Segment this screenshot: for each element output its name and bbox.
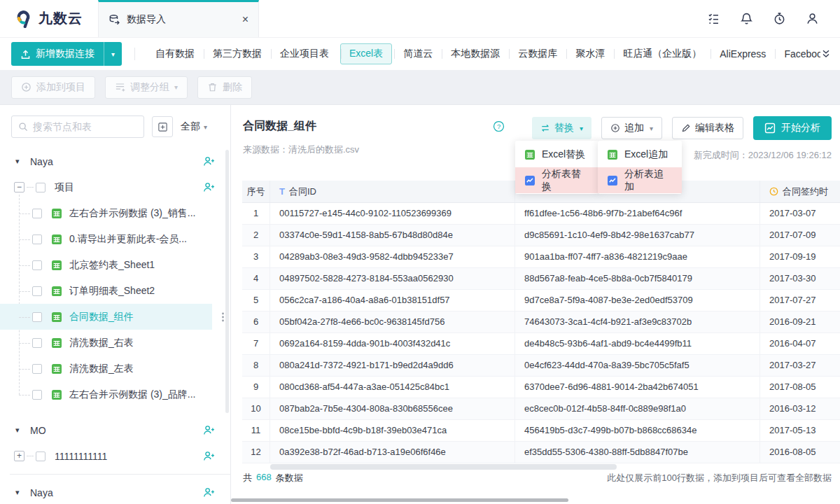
delete-button[interactable]: 删除 xyxy=(197,76,252,99)
table-horizontal-scrollbar[interactable] xyxy=(270,464,617,470)
tree-node-project[interactable]: 项目 xyxy=(0,174,230,200)
cell-contract-id: 00115727-e145-44c0-9102-110523699369 xyxy=(270,203,515,224)
cell-party-id: ec8cec0b-012f-4b58-84ff-0c889e98f1a0 xyxy=(515,398,760,419)
new-connection-dropdown-caret[interactable]: ▾ xyxy=(104,42,122,66)
datasource-tab[interactable]: 本地数据源 xyxy=(442,43,509,64)
menu-item-analysis-replace[interactable]: 分析表替换 xyxy=(515,167,599,193)
col-header-contract-id: T 合同ID xyxy=(270,181,515,202)
expand-expander[interactable] xyxy=(14,451,24,461)
share-member-icon[interactable] xyxy=(203,425,215,435)
more-tabs-chevron-icon[interactable] xyxy=(820,48,832,59)
start-analysis-button[interactable]: 开始分析 xyxy=(753,116,832,140)
datasource-tab[interactable]: 聚水潭 xyxy=(566,43,614,64)
tree-leaf[interactable]: 清洗数据_左表 xyxy=(0,356,212,382)
collapse-expander[interactable] xyxy=(14,182,24,192)
tree-leaf-list: 左右合并示例数据 (3)_销售... 0.请导出并更新此表-会员 xyxy=(0,200,230,407)
datasource-tab[interactable]: 第三方数据 xyxy=(204,43,271,64)
share-member-icon[interactable] xyxy=(203,156,215,167)
caret-down-icon[interactable]: ▾ xyxy=(15,488,24,497)
datasource-tab[interactable]: 云数据库 xyxy=(509,43,566,64)
task-list-icon[interactable] xyxy=(707,12,720,25)
text-type-icon: T xyxy=(279,186,285,197)
tree-group-naya-2[interactable]: ▾ Naya xyxy=(0,479,230,504)
page-horizontal-scrollbar[interactable] xyxy=(231,498,568,502)
datasource-tab[interactable]: AliExpress xyxy=(710,44,775,64)
cell-contract-id: 03374c0e-59d1-4158-8ab5-67b48d80d84e xyxy=(270,225,515,246)
checkbox[interactable] xyxy=(36,183,46,192)
tree-leaf[interactable]: 0.请导出并更新此表-会员... xyxy=(0,226,212,252)
trash-icon xyxy=(207,82,218,92)
tree-leaf[interactable]: 清洗数据_右表 xyxy=(0,330,212,356)
tree-group-mo[interactable]: ▾ MO xyxy=(0,417,230,443)
excel-table-icon xyxy=(51,312,62,323)
tree-group-naya[interactable]: ▾ Naya xyxy=(0,148,230,174)
table-row: 8 080a241d-7372-4921-b171-b9ed2d4a9dd6 0… xyxy=(242,355,840,377)
add-to-project-button[interactable]: 添加到项目 xyxy=(11,76,95,99)
caret-down-icon[interactable]: ▾ xyxy=(15,157,24,166)
datasource-tabs: 自有数据 第三方数据 企业项目表 Excel表 简道云 本地数据源 云数据库 聚… xyxy=(146,43,830,64)
cell-sign-date: 2017-08-05 xyxy=(760,377,840,398)
checkbox[interactable] xyxy=(32,364,42,374)
tree-leaf[interactable]: 左右合并示例数据 (3)_销售... xyxy=(0,200,212,226)
checkbox[interactable] xyxy=(32,234,42,244)
cell-party-id: 74643073-3ca1-4cf4-b921-af3e9c83702b xyxy=(515,312,760,332)
share-member-icon[interactable] xyxy=(203,182,215,192)
table-row: 11 08ce15be-bbfd-4c9b-b18f-39eb03e471ca … xyxy=(242,420,840,442)
adjust-group-button[interactable]: 调整分组 ▾ xyxy=(105,76,188,99)
cell-index: 7 xyxy=(242,333,270,354)
content-area: 全部 ▾ ▾ Naya xyxy=(0,105,840,504)
checkbox[interactable] xyxy=(32,286,42,296)
menu-item-excel-replace[interactable]: Excel替换 xyxy=(515,141,599,167)
boxed-plus-icon xyxy=(158,122,168,132)
tree-leaf[interactable]: 北京签约表_Sheet1 xyxy=(0,252,212,278)
table-body: 1 00115727-e145-44c0-9102-110523699369 f… xyxy=(242,203,840,463)
cell-sign-date: 2017-03-30 xyxy=(760,268,840,289)
checkbox[interactable] xyxy=(32,390,42,400)
checkbox[interactable] xyxy=(32,209,42,218)
help-icon[interactable]: ? xyxy=(493,120,505,132)
sidebar-scrollbar[interactable] xyxy=(225,150,229,413)
tree-leaf[interactable]: 订单明细表_Sheet2 xyxy=(0,278,212,304)
cell-party-id: d9c85691-1c10-4ef9-8b42-98e1637cab77 xyxy=(515,225,760,246)
add-node-button[interactable] xyxy=(152,116,173,137)
datasource-tab[interactable]: 企业项目表 xyxy=(271,43,338,64)
tab-data-import[interactable]: 数据导入 × xyxy=(98,0,259,37)
share-member-icon[interactable] xyxy=(203,451,215,461)
datasource-tab[interactable]: 简道云 xyxy=(394,43,442,64)
checkbox[interactable] xyxy=(32,312,42,322)
search-icon xyxy=(18,122,28,132)
table-row: 3 04289ab3-08e3-49d3-9582-4dbb945233e7 9… xyxy=(242,246,840,268)
close-tab-icon[interactable]: × xyxy=(242,13,248,26)
cell-contract-id: 04289ab3-08e3-49d3-9582-4dbb945233e7 xyxy=(270,246,515,267)
table-row: 4 04897502-5828-4273-8184-553aa0562930 8… xyxy=(242,268,840,290)
timer-icon[interactable] xyxy=(773,12,786,25)
search-box[interactable] xyxy=(11,115,144,138)
edit-table-button[interactable]: 编辑表格 xyxy=(672,117,743,139)
tree-leaf-label: 左右合并示例数据 (3)_品牌... xyxy=(69,388,195,401)
menu-item-analysis-append[interactable]: 分析表追加 xyxy=(598,167,682,193)
share-member-icon[interactable] xyxy=(203,487,215,498)
tree-leaf[interactable]: 左右合并示例数据 (3)_品牌... xyxy=(0,382,212,407)
checkbox[interactable] xyxy=(32,338,42,348)
excel-table-icon xyxy=(51,286,62,297)
cell-index: 5 xyxy=(242,290,270,311)
checkbox[interactable] xyxy=(32,260,42,270)
checkbox[interactable] xyxy=(36,451,46,461)
tree-node-11111111111[interactable]: 11111111111 xyxy=(0,443,230,469)
search-input[interactable] xyxy=(33,121,137,132)
notification-bell-icon[interactable] xyxy=(740,12,753,25)
datasource-tab[interactable]: 旺店通（企业版） xyxy=(614,43,710,64)
user-icon[interactable] xyxy=(806,12,819,25)
new-data-connection-button[interactable]: 新增数据连接 ▾ xyxy=(11,42,122,66)
swap-arrows-icon xyxy=(540,123,550,133)
append-button[interactable]: 追加 ▾ xyxy=(601,117,662,139)
filter-all-dropdown[interactable]: 全部 ▾ xyxy=(181,120,207,133)
brand-logo: 九数云 xyxy=(0,0,98,37)
datasource-tab[interactable]: 自有数据 xyxy=(146,43,204,64)
caret-down-icon[interactable]: ▾ xyxy=(15,426,24,435)
excel-table-icon xyxy=(524,149,536,160)
replace-button[interactable]: 替换 ▾ xyxy=(532,117,592,139)
tree-leaf[interactable]: 合同数据_组件 xyxy=(0,304,212,330)
menu-item-excel-append[interactable]: Excel追加 xyxy=(598,141,682,167)
datasource-tab[interactable]: Excel表 xyxy=(340,43,392,64)
